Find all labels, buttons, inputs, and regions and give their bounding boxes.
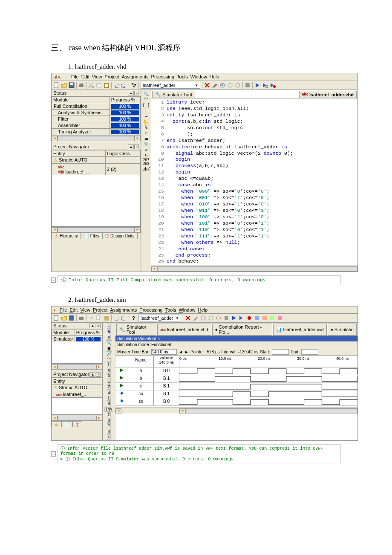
pointer-left-icon[interactable]: ◄ — [179, 350, 183, 354]
h-icon[interactable]: H — [107, 401, 111, 406]
scroll-left-icon[interactable]: ◄ — [115, 408, 121, 413]
gear2-icon[interactable] — [208, 315, 214, 321]
x-red-icon[interactable] — [204, 82, 210, 88]
play-time-icon[interactable] — [239, 315, 245, 321]
tab-vwf[interactable]: 📊 lsathreef_adder.vwf — [273, 324, 327, 335]
tab-simulator[interactable]: 🔧 Simulator Tool — [116, 324, 156, 335]
gear2-icon[interactable] — [227, 82, 233, 88]
gear3-icon[interactable] — [235, 82, 241, 88]
scroll-left-icon[interactable]: ◄ — [52, 227, 58, 232]
cut2-icon[interactable]: ✂ — [145, 130, 147, 135]
menu-window[interactable]: Window — [179, 307, 195, 312]
paste-icon[interactable] — [104, 82, 110, 88]
copy-icon[interactable] — [96, 315, 102, 321]
0-icon[interactable]: 0 — [107, 373, 111, 379]
save-icon[interactable] — [69, 82, 75, 88]
c-icon[interactable]: C — [107, 412, 111, 417]
msg-close-icon[interactable]: × — [51, 451, 56, 457]
t4-icon[interactable] — [277, 315, 283, 321]
tab-design-units[interactable]: ◫ — [72, 421, 82, 427]
ab2-icon[interactable]: ab/ — [142, 167, 150, 171]
w-icon[interactable]: W — [107, 390, 111, 395]
redo-icon[interactable] — [121, 315, 127, 321]
percent-icon[interactable]: % — [145, 125, 147, 130]
tab-simrep[interactable]: ♦ Simulatio — [328, 324, 357, 335]
pin-icon[interactable]: ▲ — [128, 145, 134, 149]
zoom-icon[interactable]: ⊕ — [107, 335, 111, 340]
pencil-icon[interactable] — [193, 315, 199, 321]
help-icon[interactable]: ? — [131, 315, 137, 321]
chip-icon[interactable] — [223, 315, 229, 321]
tab-simulator[interactable]: 🔧Simulator Tool — [152, 91, 195, 98]
undo-icon[interactable] — [113, 315, 119, 321]
table-row[interactable]: ⚠ Stratix: AUTO — [52, 157, 141, 164]
tab-compile[interactable]: ♦ Compilation Report - Flo... — [212, 324, 272, 335]
start-input[interactable] — [272, 349, 289, 355]
tab-hierarchy[interactable]: ⚠ — [52, 421, 61, 427]
print-icon[interactable] — [78, 82, 84, 88]
gear-icon[interactable] — [219, 82, 225, 88]
menu-project[interactable]: Project — [93, 307, 107, 312]
r-icon[interactable]: R — [107, 429, 111, 434]
help-icon[interactable]: ? — [131, 82, 137, 88]
project-combo[interactable]: lsathreef_adder▼ — [141, 82, 200, 89]
t2-icon[interactable] — [262, 315, 268, 321]
play-icon[interactable] — [231, 315, 237, 321]
t1-icon[interactable] — [254, 315, 260, 321]
copy-icon[interactable] — [96, 82, 102, 88]
menu-assignments[interactable]: Assignments — [110, 307, 137, 312]
menu-processing[interactable]: Processing — [139, 307, 162, 312]
mag-icon[interactable]: 🔍 — [106, 340, 112, 345]
menu-help[interactable]: Help — [198, 307, 208, 312]
chip-icon[interactable] — [245, 82, 251, 88]
find-icon[interactable]: 🔎 — [106, 351, 112, 356]
pointer-right-icon[interactable]: ► — [184, 350, 189, 354]
menu-view[interactable]: View — [92, 74, 102, 79]
menu-window[interactable]: Window — [190, 74, 207, 79]
clip-icon[interactable]: 📎 — [144, 142, 149, 146]
play-stop-icon[interactable] — [246, 315, 252, 321]
pencil-icon[interactable] — [212, 82, 218, 88]
new-icon[interactable] — [53, 315, 59, 321]
pin-icon[interactable]: ▲ — [128, 91, 134, 95]
z-icon[interactable]: Z — [107, 384, 111, 390]
refresh-icon[interactable]: ↻ — [145, 153, 147, 157]
tab-vhd[interactable]: abc lsathreef_adder.vhd — [157, 324, 211, 335]
menu-processing[interactable]: Processing — [151, 74, 174, 79]
env-icon[interactable]: ✉ — [145, 147, 147, 152]
x-icon[interactable]: X — [107, 368, 111, 373]
scroll-right-icon[interactable]: ► — [135, 227, 141, 232]
table-row[interactable]: abc lsathreef_... — [52, 391, 102, 398]
a-icon[interactable]: A — [107, 329, 111, 334]
scroll-left-icon[interactable]: ◄ — [179, 408, 185, 413]
table-row[interactable]: abcVHD lsathreef_...2 (2) — [52, 164, 141, 175]
close-icon[interactable]: × — [134, 145, 139, 149]
find-icon[interactable]: 🔍 — [144, 92, 149, 96]
end-input[interactable] — [301, 349, 318, 355]
project-combo[interactable]: lsathreef_adder▼ — [138, 315, 181, 321]
tab-design-units[interactable]: ◫Design Units — [102, 233, 138, 239]
expand-icon[interactable]: ⊞ — [61, 457, 63, 462]
open-icon[interactable] — [61, 82, 67, 88]
code-editor[interactable]: 1library ieee;2use ieee.std_logic_1164.a… — [151, 98, 357, 266]
1-icon[interactable]: 1 — [107, 379, 111, 384]
scroll-left-icon[interactable]: ◄ — [151, 266, 157, 272]
save-icon[interactable] — [69, 315, 75, 321]
sort-icon[interactable]: ⬍ — [107, 434, 111, 439]
play-icon[interactable] — [254, 82, 260, 88]
play-stop-icon[interactable] — [270, 82, 276, 88]
menu-file[interactable]: File — [60, 307, 67, 312]
msg-close-icon[interactable]: × — [51, 278, 56, 283]
l-icon[interactable]: L — [107, 362, 111, 367]
pointer-icon[interactable]: ↖ — [107, 324, 111, 329]
close-icon[interactable]: × — [134, 91, 139, 95]
gear3-icon[interactable] — [216, 315, 222, 321]
ruler-icon[interactable]: 📐 — [144, 119, 149, 124]
menu-project[interactable]: Project — [104, 74, 119, 79]
open-icon[interactable] — [61, 315, 67, 321]
tab-files[interactable]: 📄Files — [81, 233, 102, 239]
menu-help[interactable]: Help — [210, 74, 219, 79]
new-icon[interactable] — [53, 82, 59, 88]
menu-tools[interactable]: Tools — [177, 74, 188, 79]
inv-icon[interactable]: INV — [104, 407, 113, 412]
